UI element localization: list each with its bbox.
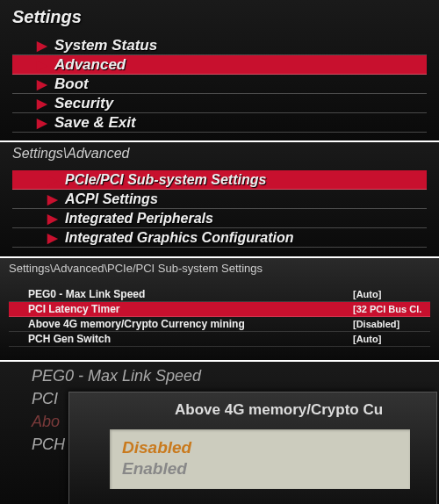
settings-root-panel: Settings ▶ System Status ▶ Advanced ▶ Bo… [0,0,439,142]
chevron-right-icon: ▶ [37,115,47,131]
chevron-right-icon: ▶ [47,191,58,207]
menu-item-acpi[interactable]: ▶ ACPI Settings [12,190,427,209]
chevron-right-icon: ▶ [47,211,58,227]
menu-label: Boot [54,76,89,93]
menu-item-advanced[interactable]: ▶ Advanced [12,55,427,75]
menu-item-boot[interactable]: ▶ Boot [12,75,427,94]
setting-above-4g-memory[interactable]: Above 4G memory/Crypto Currency mining [… [9,317,430,332]
menu-label: PCIe/PCI Sub-system Settings [65,172,266,188]
popup-option-enabled[interactable]: Enabled [122,459,398,480]
menu-label: ACPI Settings [65,191,158,207]
menu-item-integrated-graphics[interactable]: ▶ Integrated Graphics Configuration [12,228,427,248]
breadcrumb: Settings\Advanced [12,146,427,162]
chevron-right-icon: ▶ [37,76,47,92]
menu-item-save-exit[interactable]: ▶ Save & Exit [12,113,427,133]
menu-label: Security [54,95,113,112]
menu-item-integrated-peripherals[interactable]: ▶ Integrated Peripherals [12,209,427,228]
above-4g-popup-panel: PEG0 - Max Link Speed PCI Abo PCH Above … [0,362,439,504]
menu-label: Advanced [54,56,126,74]
chevron-right-icon: ▶ [47,172,58,188]
popup-option-disabled[interactable]: Disabled [122,438,398,459]
bg-setting-peg0: PEG0 - Max Link Speed [12,367,427,390]
breadcrumb: Settings\Advanced\PCIe/PCI Sub-system Se… [9,262,430,275]
setting-label: PEG0 - Max Link Speed [28,288,353,300]
chevron-right-icon: ▶ [37,96,47,112]
pcie-subsystem-panel: Settings\Advanced\PCIe/PCI Sub-system Se… [0,258,439,362]
setting-peg0-max-link-speed[interactable]: PEG0 - Max Link Speed [Auto] [9,287,430,302]
setting-label: PCH Gen Switch [28,333,353,345]
popup-title: Above 4G memory/Crypto Cu [69,392,436,429]
setting-pci-latency-timer[interactable]: PCI Latency Timer [32 PCI Bus Cl...] [9,302,430,317]
page-title: Settings [12,7,427,27]
menu-label: Integrated Graphics Configuration [65,230,293,246]
setting-pch-gen-switch[interactable]: PCH Gen Switch [Auto] [9,332,430,347]
setting-label: Above 4G memory/Crypto Currency mining [28,318,353,330]
menu-label: Integrated Peripherals [65,211,213,227]
option-popup: Above 4G memory/Crypto Cu Disabled Enabl… [68,392,437,504]
advanced-panel: Settings\Advanced ▶ PCIe/PCI Sub-system … [0,142,439,258]
chevron-right-icon: ▶ [47,230,58,246]
setting-value: [Auto] [353,334,421,344]
setting-value: [Disabled] [353,319,421,329]
menu-label: Save & Exit [54,114,136,132]
menu-item-system-status[interactable]: ▶ System Status [12,36,427,55]
popup-body: Disabled Enabled [110,429,410,489]
menu-item-security[interactable]: ▶ Security [12,94,427,113]
chevron-right-icon: ▶ [37,57,47,73]
setting-value: [32 PCI Bus Cl...] [353,304,421,314]
setting-value: [Auto] [353,289,421,299]
chevron-right-icon: ▶ [37,38,47,54]
setting-label: PCI Latency Timer [28,303,353,315]
menu-item-pcie-subsystem[interactable]: ▶ PCIe/PCI Sub-system Settings [12,170,427,190]
menu-label: System Status [54,37,157,54]
